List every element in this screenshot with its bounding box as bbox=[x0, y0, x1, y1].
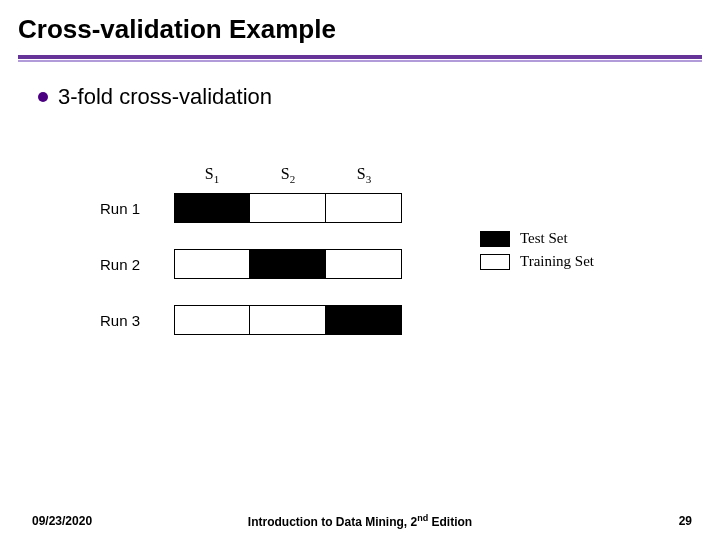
cell-test bbox=[326, 305, 402, 335]
footer-page-number: 29 bbox=[679, 514, 692, 528]
legend-text-train: Training Set bbox=[520, 253, 594, 270]
run-row-3: Run 3 bbox=[100, 305, 620, 335]
cell-train bbox=[326, 193, 402, 223]
footer-date: 09/23/2020 bbox=[32, 514, 92, 528]
run-label: Run 1 bbox=[100, 200, 174, 217]
legend-item-train: Training Set bbox=[480, 253, 594, 270]
legend-swatch-train bbox=[480, 254, 510, 270]
bullet-text: 3-fold cross-validation bbox=[58, 84, 272, 110]
title-rule-light bbox=[18, 60, 702, 62]
col-header-2: S2 bbox=[250, 165, 326, 185]
footer-center: Introduction to Data Mining, 2nd Edition bbox=[248, 513, 472, 529]
cell-train bbox=[250, 193, 326, 223]
bullet-dot-icon bbox=[38, 92, 48, 102]
run-row-1: Run 1 bbox=[100, 193, 620, 223]
legend: Test Set Training Set bbox=[480, 230, 594, 276]
legend-text-test: Test Set bbox=[520, 230, 568, 247]
cell-train bbox=[174, 249, 250, 279]
bullet-item: 3-fold cross-validation bbox=[38, 84, 720, 110]
cell-train bbox=[326, 249, 402, 279]
column-headers: S1 S2 S3 bbox=[174, 165, 620, 185]
legend-swatch-test bbox=[480, 231, 510, 247]
cell-train bbox=[174, 305, 250, 335]
run-label: Run 2 bbox=[100, 256, 174, 273]
cell-train bbox=[250, 305, 326, 335]
slide-title: Cross-validation Example bbox=[0, 0, 720, 55]
legend-item-test: Test Set bbox=[480, 230, 594, 247]
title-rule-dark bbox=[18, 55, 702, 59]
col-header-1: S1 bbox=[174, 165, 250, 185]
run-label: Run 3 bbox=[100, 312, 174, 329]
footer: 09/23/2020 Introduction to Data Mining, … bbox=[0, 514, 720, 528]
col-header-3: S3 bbox=[326, 165, 402, 185]
cell-test bbox=[174, 193, 250, 223]
cell-test bbox=[250, 249, 326, 279]
